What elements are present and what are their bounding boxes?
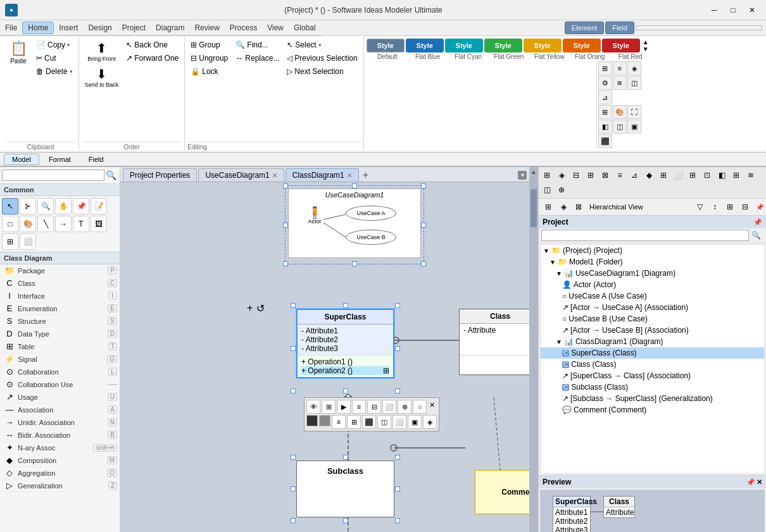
tool-enumeration[interactable]: E Enumeration E — [0, 302, 120, 315]
add-tab-button[interactable]: + — [360, 170, 371, 181]
tab-model[interactable]: Model — [4, 154, 39, 165]
rp-t2-icon1[interactable]: ⊞ — [541, 200, 555, 214]
rp-nav-icon16[interactable]: ◫ — [540, 183, 554, 197]
tree-item-assoc-a[interactable]: ↗ [Actor → UseCase A] (Association) — [541, 302, 764, 313]
rp-nav-icon17[interactable]: ⊕ — [555, 183, 568, 197]
menu-design[interactable]: Design — [83, 22, 116, 34]
line-tool[interactable]: ╲ — [37, 216, 54, 232]
popup-btn-c6[interactable]: ◫ — [377, 415, 391, 429]
menu-home[interactable]: Home — [22, 22, 54, 34]
tool-search-input[interactable] — [2, 170, 104, 181]
tool-collaboration[interactable]: ⊙ Collaboration L — [0, 366, 120, 378]
style-default-button[interactable]: Style — [367, 39, 405, 53]
rp-icon2[interactable]: ≡ — [613, 61, 627, 75]
tree-item-usecase-a[interactable]: ○ UseCase A (Use Case) — [541, 290, 764, 302]
close-classdiagram-tab[interactable]: ✕ — [347, 172, 352, 179]
rp-nav-icon2[interactable]: ◈ — [555, 168, 568, 182]
handle-ml[interactable] — [283, 223, 288, 228]
tool-bidir-assoc[interactable]: ↔ Bidir. Association B — [0, 429, 120, 442]
cut-button[interactable]: ✂ Cut — [33, 52, 76, 65]
arrow-tool[interactable]: → — [55, 216, 72, 232]
menu-project[interactable]: Project — [117, 22, 151, 34]
popup-btn-7[interactable]: ⊕ — [398, 400, 411, 414]
canvas-add-icon[interactable]: + — [247, 302, 253, 314]
comment-box[interactable]: Comment — [475, 470, 529, 514]
tab-usecase-diagram[interactable]: UseCaseDiagram1 ✕ — [198, 168, 284, 182]
grid-tool[interactable]: ⊞ — [2, 233, 18, 250]
rp-icon13[interactable]: ▣ — [627, 120, 641, 133]
popup-btn-1[interactable]: 👁 — [306, 400, 320, 414]
rp-icon4[interactable]: ⚙ — [598, 76, 612, 90]
popup-btn-3[interactable]: ▶ — [337, 400, 351, 414]
tab-format[interactable]: Format — [41, 154, 79, 165]
tree-item-class-diagram[interactable]: ▼ 📊 ClassDiagram1 (Diagram) — [541, 336, 764, 347]
sc-handle-mr[interactable] — [395, 346, 400, 351]
menu-insert[interactable]: Insert — [54, 22, 83, 34]
tree-item-actor[interactable]: 👤 Actor (Actor) — [541, 279, 764, 290]
rp-nav-icon6[interactable]: ≡ — [613, 168, 627, 182]
tool-aggregation[interactable]: ◇ Aggregation O — [0, 467, 120, 479]
menu-diagram[interactable]: Diagram — [151, 22, 189, 34]
sc-handle-bm[interactable] — [343, 388, 348, 393]
tree-item-usecase-diagram[interactable]: ▼ 📊 UseCaseDiagram1 (Diagram) — [541, 268, 764, 279]
sc-handle-bl[interactable] — [291, 388, 296, 393]
sb-handle-tm[interactable] — [343, 455, 348, 460]
minimize-button[interactable]: ─ — [705, 4, 723, 16]
canvas-refresh-icon[interactable]: ↺ — [256, 302, 265, 314]
tool-interface[interactable]: I Interface I — [0, 290, 120, 302]
usecase-b[interactable]: UseCase B — [346, 230, 396, 245]
menu-file[interactable]: File — [0, 22, 22, 34]
close-button[interactable]: ✕ — [743, 4, 761, 16]
sb-handle-br[interactable] — [395, 518, 400, 523]
tool-structure[interactable]: S Structure S — [0, 315, 120, 328]
sc-handle-br[interactable] — [395, 388, 400, 393]
rp-nav-icon13[interactable]: ◧ — [715, 168, 729, 182]
tab-project-properties[interactable]: Project Properties — [123, 168, 197, 182]
rp-icon11[interactable]: ◧ — [598, 120, 612, 133]
tool-usage[interactable]: ↗ Usage U — [0, 391, 120, 404]
rp-nav-icon15[interactable]: ≋ — [744, 168, 758, 182]
menu-view[interactable]: View — [262, 22, 289, 34]
tree-item-1[interactable]: ▼ 📁 Model1 (Folder) — [541, 256, 764, 268]
rp-sort-icon[interactable]: ↕ — [708, 200, 722, 214]
rp-icon7[interactable]: ⊿ — [598, 90, 612, 104]
style-flat-red-button[interactable]: Style — [602, 39, 640, 53]
handle-bm[interactable] — [352, 261, 357, 266]
rp-tile-icon[interactable]: ⊟ — [738, 200, 752, 214]
rp-icon14[interactable]: ⬛ — [598, 134, 612, 148]
popup-btn-c1[interactable] — [306, 415, 318, 426]
diagram-canvas[interactable]: UseCaseDiagram1 🧍 Actor UseCase A UseCas… — [120, 182, 529, 532]
img-tool[interactable]: 🖼 — [91, 216, 107, 232]
rp-icon1[interactable]: ⊞ — [598, 61, 612, 75]
tab-field[interactable]: Field — [605, 22, 634, 34]
tree-search-icon[interactable]: 🔍 — [749, 230, 763, 241]
rp-nav-icon1[interactable]: ⊞ — [540, 168, 554, 182]
rp-nav-icon10[interactable]: ⬜ — [671, 168, 685, 182]
tool-generalization[interactable]: ▷ Generalization Z — [0, 479, 120, 492]
zoom-tool[interactable]: 🔍 — [37, 198, 54, 214]
rp-nav-icon14[interactable]: ⊞ — [729, 168, 743, 182]
expand-icon-0[interactable]: ▼ — [543, 247, 549, 254]
back-one-button[interactable]: ↖ Back One — [123, 39, 182, 51]
rp-nav-icon9[interactable]: ⊞ — [656, 168, 670, 182]
tree-item-superclass[interactable]: C SuperClass (Class) — [541, 347, 764, 359]
tool-association[interactable]: — Association A — [0, 404, 120, 416]
tree-item-subclass[interactable]: C Subclass (Class) — [541, 381, 764, 393]
popup-close[interactable]: ✕ — [428, 400, 436, 414]
sc-handle-ml[interactable] — [291, 346, 296, 351]
rp-nav-icon4[interactable]: ⊞ — [584, 168, 598, 182]
usecase-a[interactable]: UseCase A — [346, 206, 396, 221]
prev-selection-button[interactable]: ◁ Previous Selection — [284, 52, 360, 65]
tool-collaboration-use[interactable]: ⊙ Collaboration Use — [0, 378, 120, 391]
sb-handle-bl[interactable] — [291, 518, 296, 523]
tree-item-sc-class-assoc[interactable]: ↗ [SuperClass → Class] (Association) — [541, 370, 764, 381]
frame-tool[interactable]: ⬜ — [20, 233, 36, 250]
select-tool[interactable]: ↖ — [2, 198, 18, 214]
group-button[interactable]: ⊞ Group — [187, 39, 231, 51]
rp-pin-icon[interactable]: 📌 — [756, 204, 763, 211]
tab-menu-button[interactable]: ▾ — [518, 171, 527, 180]
popup-btn-c2[interactable] — [319, 415, 330, 426]
lock-button[interactable]: 🔒 Lock — [187, 65, 231, 78]
pin-tool[interactable]: 📌 — [73, 198, 89, 214]
popup-btn-8[interactable]: ○ — [413, 400, 427, 414]
